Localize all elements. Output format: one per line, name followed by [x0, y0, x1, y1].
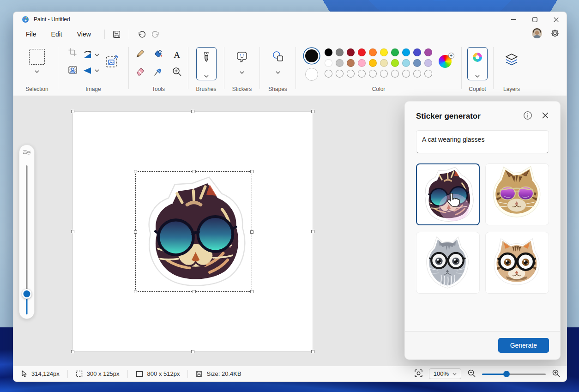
eyedropper-tool-icon[interactable]	[153, 66, 163, 78]
sticker-result-1[interactable]	[416, 163, 480, 225]
menu-view[interactable]: View	[71, 28, 97, 40]
fill-tool-icon[interactable]	[153, 49, 163, 61]
prompt-input[interactable]: A cat wearing glasses	[416, 130, 549, 153]
canvas-resize-handle[interactable]	[71, 230, 74, 233]
brushes-button[interactable]	[196, 47, 217, 80]
toolbar-ribbon: Selection	[13, 42, 567, 96]
canvas-resize-handle[interactable]	[311, 350, 314, 353]
color-swatch[interactable]	[413, 59, 421, 67]
canvas-resize-handle[interactable]	[191, 110, 194, 113]
rotate-button[interactable]	[83, 50, 99, 60]
sticker-result-3[interactable]	[416, 232, 480, 294]
undo-button[interactable]	[134, 28, 149, 40]
selection-handle[interactable]	[250, 230, 253, 234]
color-swatch[interactable]	[391, 59, 399, 67]
stickers-button[interactable]	[235, 50, 249, 74]
selection-handle[interactable]	[134, 290, 137, 293]
background-color-swatch[interactable]	[305, 68, 318, 81]
zoom-in-button[interactable]	[552, 369, 560, 379]
maximize-icon[interactable]	[524, 12, 545, 27]
resize-image-icon[interactable]	[105, 54, 119, 70]
slider-track[interactable]	[26, 165, 28, 293]
color-swatch[interactable]	[402, 48, 410, 56]
canvas-resize-handle[interactable]	[311, 110, 314, 113]
color-swatch[interactable]	[369, 48, 377, 56]
cat-sticker-image[interactable]	[138, 175, 250, 289]
empty-color-slot[interactable]	[402, 70, 410, 78]
color-swatch[interactable]	[424, 48, 432, 56]
empty-color-slot[interactable]	[325, 70, 332, 78]
layers-button[interactable]	[505, 54, 519, 66]
empty-color-slot[interactable]	[413, 70, 421, 78]
color-swatch[interactable]	[336, 48, 344, 56]
shapes-button[interactable]	[271, 50, 285, 74]
crop-icon[interactable]	[68, 48, 77, 58]
canvas-resize-handle[interactable]	[71, 350, 74, 353]
selection-handle[interactable]	[134, 170, 137, 173]
empty-color-slot[interactable]	[358, 70, 366, 78]
empty-color-slot[interactable]	[369, 70, 377, 78]
magnifier-tool-icon[interactable]	[172, 66, 182, 78]
text-tool-icon[interactable]: A	[174, 50, 180, 60]
sticker-result-2[interactable]	[485, 163, 549, 225]
color-swatch[interactable]	[413, 48, 421, 56]
chevron-down-icon[interactable]	[35, 70, 39, 73]
sticker-result-4[interactable]	[485, 232, 549, 294]
eraser-tool-icon[interactable]	[135, 67, 145, 78]
color-swatch[interactable]	[380, 59, 388, 67]
empty-color-slot[interactable]	[336, 70, 344, 78]
edit-colors-button[interactable]: +	[439, 55, 452, 69]
user-avatar[interactable]	[531, 28, 543, 41]
selection-bounding-box[interactable]	[135, 171, 252, 292]
fit-to-screen-button[interactable]	[415, 369, 422, 379]
selection-tool-icon[interactable]	[29, 49, 45, 65]
flip-button[interactable]	[83, 67, 99, 74]
selection-handle[interactable]	[250, 170, 253, 173]
selection-handle[interactable]	[134, 230, 137, 234]
redo-button[interactable]	[149, 28, 163, 40]
pencil-tool-icon[interactable]	[135, 49, 145, 61]
selection-handle[interactable]	[193, 290, 196, 293]
color-swatch[interactable]	[347, 48, 355, 56]
canvas-resize-handle[interactable]	[71, 110, 74, 113]
zoom-out-button[interactable]	[468, 369, 476, 379]
color-swatch[interactable]	[369, 59, 377, 67]
empty-color-slot[interactable]	[380, 70, 388, 78]
settings-gear-icon[interactable]	[551, 29, 559, 39]
color-swatch[interactable]	[358, 48, 366, 56]
generate-button[interactable]: Generate	[498, 338, 549, 353]
color-swatch[interactable]	[336, 59, 344, 67]
close-window-icon[interactable]	[545, 12, 567, 27]
close-panel-icon[interactable]	[542, 112, 549, 121]
canvas[interactable]	[73, 112, 313, 351]
color-swatch[interactable]	[358, 59, 366, 67]
brush-size-slider[interactable]	[19, 145, 35, 319]
color-swatch[interactable]	[391, 48, 399, 56]
color-swatch[interactable]	[424, 59, 432, 67]
menu-edit[interactable]: Edit	[45, 28, 68, 40]
slider-grip-icon[interactable]	[23, 150, 31, 155]
canvas-resize-handle[interactable]	[311, 230, 314, 233]
empty-color-slot[interactable]	[347, 70, 355, 78]
minimize-icon[interactable]	[503, 12, 524, 27]
canvas-resize-handle[interactable]	[191, 350, 194, 353]
slider-thumb[interactable]	[22, 289, 32, 299]
selection-handle[interactable]	[193, 170, 196, 173]
color-swatch[interactable]	[325, 59, 332, 67]
zoom-slider[interactable]	[482, 371, 546, 377]
empty-color-slot[interactable]	[391, 70, 399, 78]
color-swatch[interactable]	[402, 59, 410, 67]
color-swatch[interactable]	[347, 59, 355, 67]
zoom-slider-thumb[interactable]	[503, 371, 510, 377]
remove-background-icon[interactable]	[68, 66, 77, 76]
color-swatch[interactable]	[380, 48, 388, 56]
menu-file[interactable]: File	[20, 28, 42, 40]
copilot-button[interactable]	[467, 47, 488, 80]
empty-color-slot[interactable]	[424, 70, 432, 78]
color-swatch[interactable]	[325, 48, 332, 56]
selection-handle[interactable]	[250, 290, 253, 293]
zoom-level-dropdown[interactable]: 100%	[429, 368, 461, 379]
info-icon[interactable]	[523, 111, 532, 122]
foreground-color-swatch[interactable]	[305, 49, 318, 62]
save-button[interactable]	[109, 28, 124, 40]
